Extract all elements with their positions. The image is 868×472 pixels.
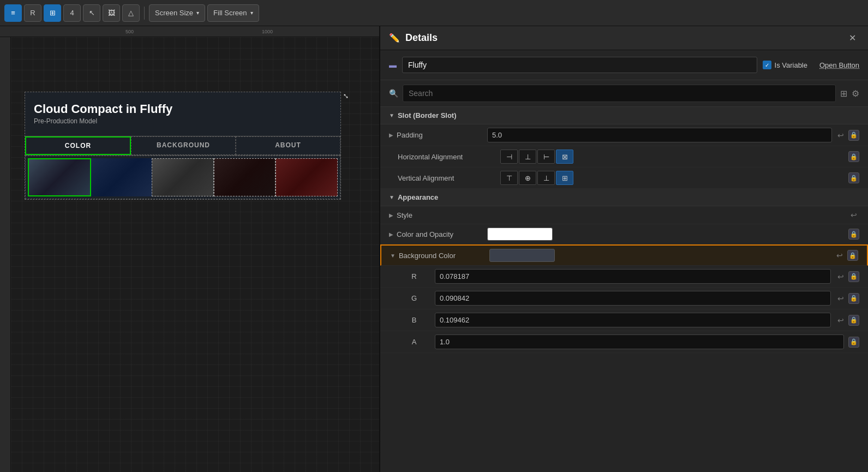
b-reset[interactable]: ↩ bbox=[835, 315, 846, 326]
h-align-center[interactable]: ⊥ bbox=[519, 150, 536, 164]
r-actions: ↩ 🔒 bbox=[835, 271, 859, 282]
h-align-left[interactable]: ⊣ bbox=[500, 150, 518, 164]
padding-input[interactable] bbox=[487, 128, 832, 142]
settings-icon[interactable]: ⚙ bbox=[852, 88, 859, 99]
padding-reset[interactable]: ↩ bbox=[835, 130, 846, 141]
tab-background[interactable]: BACKGROUND bbox=[131, 136, 236, 155]
a-lock-icon: 🔒 bbox=[850, 338, 858, 345]
name-input[interactable] bbox=[402, 57, 757, 73]
v-align-top[interactable]: ⊤ bbox=[500, 171, 518, 185]
color-opacity-swatch[interactable] bbox=[487, 228, 553, 241]
fill-screen-dropdown[interactable]: Fill Screen ▾ bbox=[207, 4, 259, 22]
color-opacity-lock[interactable]: 🔒 bbox=[848, 229, 859, 240]
triangle-btn[interactable]: △ bbox=[122, 4, 140, 22]
triangle-icon: △ bbox=[128, 9, 134, 17]
image-btn[interactable]: 🖼 bbox=[103, 4, 120, 22]
v-align-fill[interactable]: ⊞ bbox=[556, 171, 573, 185]
bg-color-swatch[interactable] bbox=[489, 249, 555, 262]
appearance-section-title: Appearance bbox=[398, 193, 438, 201]
color-opacity-lock-icon: 🔒 bbox=[850, 231, 858, 238]
bg-color-lock-icon: 🔒 bbox=[849, 252, 857, 259]
a-lock[interactable]: 🔒 bbox=[848, 337, 859, 348]
slot-section-header[interactable]: ▼ Slot (Border Slot) bbox=[380, 107, 868, 124]
padding-actions: ↩ 🔒 bbox=[835, 130, 859, 141]
b-label: B bbox=[398, 316, 430, 324]
details-title-row: ✏️ Details bbox=[389, 32, 438, 44]
r-label: R bbox=[398, 272, 430, 280]
appearance-section-header[interactable]: ▼ Appearance bbox=[380, 189, 868, 206]
tab-about[interactable]: ABOUT bbox=[236, 136, 340, 155]
bg-color-reset[interactable]: ↩ bbox=[834, 250, 845, 261]
g-reset[interactable]: ↩ bbox=[835, 293, 846, 304]
panel-tabs: COLOR BACKGROUND ABOUT bbox=[25, 136, 340, 156]
swatch-3[interactable] bbox=[152, 158, 214, 196]
color-opacity-caret[interactable]: ▶ bbox=[389, 231, 393, 237]
grid-btn[interactable]: ⊞ bbox=[44, 4, 61, 22]
cursor-btn[interactable]: ↖ bbox=[83, 4, 100, 22]
v-align-actions: 🔒 bbox=[848, 172, 859, 183]
h-align-lock[interactable]: 🔒 bbox=[848, 151, 859, 162]
bg-color-value bbox=[489, 249, 831, 262]
fill-screen-label: Fill Screen bbox=[213, 9, 247, 17]
is-variable-row: ✓ Is Variable bbox=[763, 61, 807, 69]
main-area: 500 1000 Cloud Compact in Fluffy Pre-Pro… bbox=[0, 26, 868, 472]
v-align-label: Vertical Alignment bbox=[398, 174, 496, 182]
g-input[interactable] bbox=[435, 291, 831, 306]
style-actions: ↩ bbox=[848, 210, 859, 220]
r-btn[interactable]: R bbox=[24, 4, 41, 22]
v-align-bottom[interactable]: ⊥ bbox=[537, 171, 555, 185]
search-input[interactable] bbox=[403, 85, 836, 102]
a-input[interactable] bbox=[435, 334, 844, 349]
b-actions: ↩ 🔒 bbox=[835, 315, 859, 326]
r-lock[interactable]: 🔒 bbox=[848, 271, 859, 282]
b-lock[interactable]: 🔒 bbox=[848, 315, 859, 326]
resize-handle[interactable]: ↔ bbox=[339, 89, 354, 105]
num4-btn[interactable]: 4 bbox=[63, 4, 81, 22]
color-opacity-value bbox=[487, 228, 845, 241]
bg-color-label: Background Color bbox=[399, 252, 486, 260]
h-align-row: Horizontal Alignment ⊣ ⊥ ⊢ ⊠ 🔒 bbox=[380, 146, 868, 168]
a-label: A bbox=[398, 338, 430, 346]
is-variable-checkbox[interactable]: ✓ bbox=[763, 61, 771, 69]
panel-header: Cloud Compact in Fluffy Pre-Production M… bbox=[25, 92, 340, 129]
style-reset[interactable]: ↩ bbox=[848, 210, 859, 220]
num4-label: 4 bbox=[70, 9, 74, 17]
b-row: B ↩ 🔒 bbox=[380, 309, 868, 331]
details-panel: ✏️ Details ✕ ▬ ✓ Is Variable Open Button… bbox=[379, 26, 868, 472]
v-align-lock[interactable]: 🔒 bbox=[848, 172, 859, 183]
v-align-center[interactable]: ⊕ bbox=[519, 171, 536, 185]
b-input[interactable] bbox=[435, 313, 831, 327]
padding-label: Padding bbox=[397, 131, 484, 139]
b-value-container bbox=[435, 313, 831, 327]
screen-size-caret: ▾ bbox=[196, 10, 199, 16]
bg-color-lock[interactable]: 🔒 bbox=[847, 250, 858, 261]
h-align-value: ⊣ ⊥ ⊢ ⊠ bbox=[500, 150, 844, 164]
name-row: ▬ ✓ Is Variable Open Button bbox=[380, 50, 868, 80]
h-align-fill[interactable]: ⊠ bbox=[556, 150, 573, 164]
is-variable-label: Is Variable bbox=[775, 61, 807, 69]
padding-lock[interactable]: 🔒 bbox=[848, 130, 859, 141]
bg-color-caret[interactable]: ▼ bbox=[390, 253, 396, 259]
r-input[interactable] bbox=[435, 269, 831, 284]
swatch-5[interactable] bbox=[276, 158, 338, 196]
main-toolbar: ≡ R ⊞ 4 ↖ 🖼 △ Screen Size ▾ Fill Screen … bbox=[0, 0, 868, 26]
screen-size-label: Screen Size bbox=[155, 9, 193, 17]
tab-color[interactable]: COLOR bbox=[25, 136, 131, 155]
swatch-1[interactable] bbox=[28, 158, 91, 196]
g-lock[interactable]: 🔒 bbox=[848, 293, 859, 304]
table-icon[interactable]: ⊞ bbox=[840, 88, 847, 99]
swatch-2[interactable] bbox=[91, 158, 152, 196]
r-reset[interactable]: ↩ bbox=[835, 271, 846, 282]
h-align-right[interactable]: ⊢ bbox=[537, 150, 555, 164]
style-caret[interactable]: ▶ bbox=[389, 212, 393, 218]
close-btn[interactable]: ✕ bbox=[846, 32, 859, 44]
g-actions: ↩ 🔒 bbox=[835, 293, 859, 304]
h-align-buttons: ⊣ ⊥ ⊢ ⊠ bbox=[500, 150, 844, 164]
swatch-4[interactable] bbox=[214, 158, 276, 196]
layers-btn[interactable]: ≡ bbox=[4, 4, 22, 22]
ruler-top: 500 1000 bbox=[0, 26, 379, 37]
open-button-link[interactable]: Open Button bbox=[819, 61, 859, 69]
padding-caret[interactable]: ▶ bbox=[389, 132, 393, 138]
color-opacity-actions: 🔒 bbox=[848, 229, 859, 240]
screen-size-dropdown[interactable]: Screen Size ▾ bbox=[149, 4, 205, 22]
